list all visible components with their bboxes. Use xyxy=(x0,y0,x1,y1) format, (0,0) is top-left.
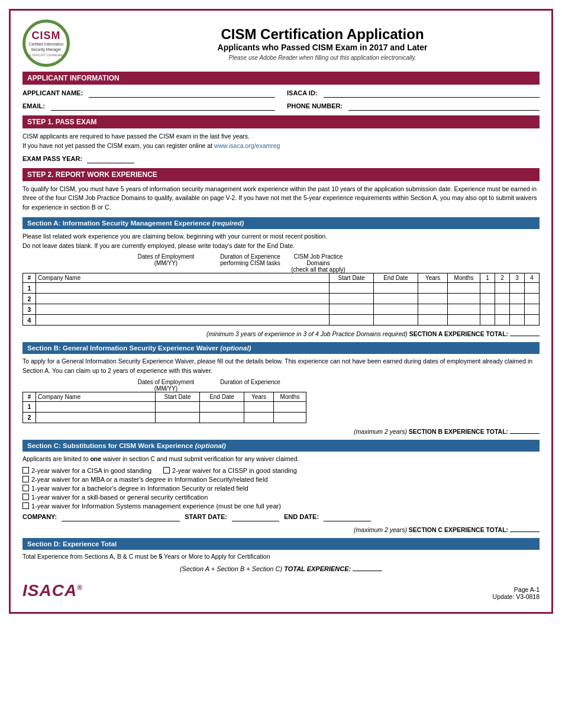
checkbox-c5-box[interactable] xyxy=(22,494,29,500)
isaca-field[interactable] xyxy=(324,88,540,98)
checkbox-c1: 2-year waiver for a CISA in good standin… xyxy=(22,467,151,474)
table-row: 4 xyxy=(23,315,540,326)
table-row: 2 xyxy=(23,412,306,423)
main-title: CISM Certification Application xyxy=(105,26,540,43)
page-info: Page A-1 Update: V3-0818 xyxy=(493,586,540,600)
email-label: EMAIL: xyxy=(22,102,45,109)
title-area: CISM Certification Application Applicant… xyxy=(105,26,540,61)
page-footer: ISACA® Page A-1 Update: V3-0818 xyxy=(22,581,540,600)
table-row: 2 xyxy=(23,294,540,304)
section-d-body: Total Experience from Sections A, B & C … xyxy=(22,553,540,560)
step1-header: STEP 1. PASS EXAM xyxy=(22,115,540,128)
name-row: APPLICANT NAME: xyxy=(22,88,275,98)
checkbox-c6: 1-year waiver for Information Systems ma… xyxy=(22,502,540,510)
checkbox-c4: 1-year waiver for a bachelor's degree in… xyxy=(22,485,540,492)
section-d-header: Section D: Experience Total xyxy=(22,538,540,550)
section-b-total-field[interactable] xyxy=(510,426,540,434)
dates-col-header: Dates of Employment (MM/YY) xyxy=(117,253,215,273)
name-field[interactable] xyxy=(89,88,275,98)
duration-col-header: Duration of Experience performing CISM t… xyxy=(215,253,286,273)
section-a-total-field[interactable] xyxy=(510,328,540,336)
section-c-body: Applicants are limited to one waiver in … xyxy=(22,455,540,464)
sub-title: Applicants who Passed CISM Exam in 2017 … xyxy=(105,43,540,52)
section-b-totals: (maximum 2 years) SECTION B EXPERIENCE T… xyxy=(22,426,540,435)
isaca-row: ISACA ID: xyxy=(287,88,540,98)
phone-label: PHONE NUMBER: xyxy=(287,102,343,109)
cism-text: CISM xyxy=(32,30,61,42)
section-b-col-headers: Dates of Employment (MM/YY) Duration of … xyxy=(117,379,540,392)
section-a-totals: (minimum 3 years of experience in 3 of 4… xyxy=(22,328,540,337)
email-field[interactable] xyxy=(51,101,275,111)
isaca-footer-logo: ISACA® xyxy=(22,581,83,600)
checkbox-c5-label: 1-year waiver for a skill-based or gener… xyxy=(31,494,208,501)
checkbox-c6-box[interactable] xyxy=(22,502,29,509)
section-a-header: Section A: Information Security Manageme… xyxy=(22,217,540,229)
page-number: Page A-1 xyxy=(493,586,540,593)
step2-body: To qualify for CISM, you must have 5 yea… xyxy=(22,185,540,212)
section-a-table: # Company Name Start Date End Date Years… xyxy=(22,273,540,326)
checkbox-c5: 1-year waiver for a skill-based or gener… xyxy=(22,494,540,501)
isaca-label: ISACA ID: xyxy=(287,89,318,96)
section-b-body: To apply for a General Information Secur… xyxy=(22,357,540,376)
phone-field[interactable] xyxy=(348,101,540,111)
checkbox-c2-box[interactable] xyxy=(163,467,170,473)
section-b-table: # Company Name Start Date End Date Years… xyxy=(22,392,306,423)
applicant-form-grid: APPLICANT NAME: ISACA ID: EMAIL: PHONE N… xyxy=(22,88,540,111)
end-date-label: END DATE: xyxy=(284,513,319,520)
total-experience-field[interactable] xyxy=(353,563,382,571)
domains-col-header: CISM Job Practice Domains (check all tha… xyxy=(286,253,351,273)
phone-row: PHONE NUMBER: xyxy=(287,101,540,111)
company-field[interactable] xyxy=(62,512,180,521)
application-page: CISM Certified Information Security Mana… xyxy=(9,9,553,614)
email-row: EMAIL: xyxy=(22,101,275,111)
logo-area: CISM Certified Information Security Mana… xyxy=(22,20,105,67)
start-date-label: START DATE: xyxy=(185,513,227,520)
section-a-intro: Please list related work experience you … xyxy=(22,232,540,251)
cism-logo: CISM Certified Information Security Mana… xyxy=(22,20,70,67)
checkbox-c1-label: 2-year waiver for a CISA in good standin… xyxy=(31,467,151,474)
section-c-company-row: COMPANY: START DATE: END DATE: xyxy=(22,512,540,521)
note-text: Please use Adobe Reader when filling out… xyxy=(105,54,540,61)
start-date-field[interactable] xyxy=(232,512,279,521)
logo-tagline: Certified Information Security Manager xyxy=(29,42,64,52)
b-dates-col-header: Dates of Employment (MM/YY) xyxy=(117,379,215,392)
name-label: APPLICANT NAME: xyxy=(22,89,83,96)
checkbox-c3: 2-year waiver for an MBA or a master's d… xyxy=(22,476,540,483)
end-date-field[interactable] xyxy=(324,512,371,521)
b-duration-col-header: Duration of Experience xyxy=(215,379,286,392)
examreg-link[interactable]: www.isaca.org/examreg xyxy=(214,142,280,149)
step1-body1: CISM applicants are required to have pas… xyxy=(22,132,540,151)
checkbox-c6-label: 1-year waiver for Information Systems ma… xyxy=(31,502,281,510)
checkbox-c2: 2-year waiver for a CISSP in good standi… xyxy=(163,467,297,474)
section-c-checkboxes: 2-year waiver for a CISA in good standin… xyxy=(22,467,540,510)
checkbox-c3-box[interactable] xyxy=(22,476,29,482)
company-label: COMPANY: xyxy=(22,513,57,520)
checkbox-c4-label: 1-year waiver for a bachelor's degree in… xyxy=(31,485,248,492)
step2-header: STEP 2. REPORT WORK EXPERIENCE xyxy=(22,168,540,181)
table-row: 1 xyxy=(23,283,540,294)
exam-pass-label: EXAM PASS YEAR: xyxy=(22,155,82,162)
section-c-header: Section C: Substitutions for CISM Work E… xyxy=(22,440,540,452)
checkbox-c1-box[interactable] xyxy=(22,467,29,473)
checkbox-c2-label: 2-year waiver for a CISSP in good standi… xyxy=(172,467,297,474)
exam-pass-field[interactable] xyxy=(87,154,134,163)
table-row: 3 xyxy=(23,304,540,315)
logo-isaca-cert: An ISACA® Certification xyxy=(27,53,66,57)
update-version: Update: V3-0818 xyxy=(493,593,540,600)
page-header: CISM Certified Information Security Mana… xyxy=(22,20,540,67)
exam-pass-row: EXAM PASS YEAR: xyxy=(22,154,540,163)
section-c-totals: (maximum 2 years) SECTION C EXPERIENCE T… xyxy=(22,524,540,533)
table-row: 1 xyxy=(23,401,306,412)
checkbox-c4-box[interactable] xyxy=(22,485,29,491)
total-experience-row: (Section A + Section B + Section C) TOTA… xyxy=(22,563,540,572)
checkbox-row-1: 2-year waiver for a CISA in good standin… xyxy=(22,467,540,474)
section-c-total-field[interactable] xyxy=(510,524,540,532)
applicant-info-header: APPLICANT INFORMATION xyxy=(22,72,540,85)
checkbox-c3-label: 2-year waiver for an MBA or a master's d… xyxy=(31,476,268,483)
section-b-header: Section B: General Information Security … xyxy=(22,342,540,354)
section-a-col-headers: Dates of Employment (MM/YY) Duration of … xyxy=(117,253,540,273)
